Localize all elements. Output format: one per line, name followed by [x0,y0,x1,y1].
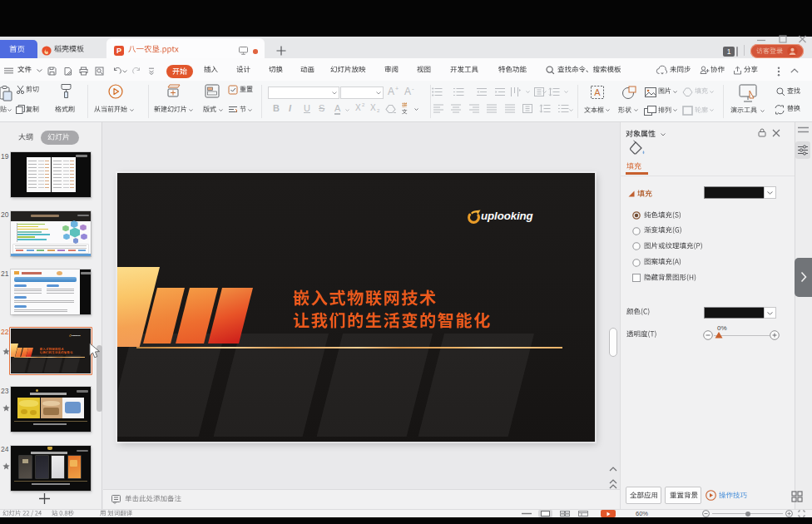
svg-text:A: A [594,87,601,97]
svg-text:P: P [116,47,121,55]
